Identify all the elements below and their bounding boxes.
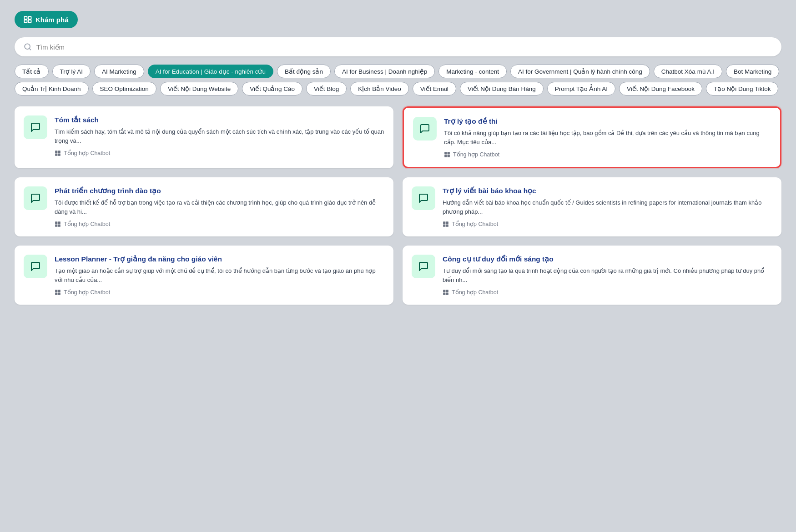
card-tro-ly-tao-de-thi[interactable]: Trợ lý tạo đề thi Tôi có khả năng giúp b… xyxy=(403,106,781,168)
svg-line-5 xyxy=(29,48,30,50)
filter-tag-tat-ca[interactable]: Tất cả xyxy=(15,65,49,78)
svg-rect-0 xyxy=(25,16,27,19)
filter-tag-viet-noi-dung-ban-hang[interactable]: Viết Nội Dung Bán Hàng xyxy=(460,82,544,95)
filter-tag-ai-business[interactable]: AI for Business | Doanh nghiệp xyxy=(334,65,435,78)
card-content-cong-cu-tu-duy: Công cụ tư duy đổi mới sáng tạo Tư duy đ… xyxy=(443,255,772,296)
card-footer-label-tro-ly-tao-de-thi: Tổng hợp Chatbot xyxy=(453,151,499,158)
card-footer-icon xyxy=(55,150,61,156)
cards-grid: Tóm tắt sách Tìm kiếm sách hay, tóm tắt … xyxy=(15,106,781,305)
card-icon-cong-cu-tu-duy xyxy=(412,255,435,278)
filter-tag-seo-optimization[interactable]: SEO Optimization xyxy=(92,82,156,95)
svg-rect-17 xyxy=(58,224,60,226)
card-icon-tro-ly-tao-de-thi xyxy=(413,117,437,141)
card-icon-tom-tat-sach xyxy=(24,115,47,139)
card-content-phat-trien-chuong-trinh: Phát triển chương trình đào tạo Tôi được… xyxy=(55,186,384,227)
card-desc-tro-ly-tao-de-thi: Tôi có khả năng giúp bạn tạo ra các tài … xyxy=(444,129,771,146)
card-footer-tom-tat-sach: Tổng hợp Chatbot xyxy=(55,150,384,156)
card-footer-label-cong-cu-tu-duy: Tổng hợp Chatbot xyxy=(452,289,498,296)
svg-rect-8 xyxy=(55,153,57,156)
svg-rect-18 xyxy=(443,221,445,224)
card-cong-cu-tu-duy[interactable]: Công cụ tư duy đổi mới sáng tạo Tư duy đ… xyxy=(403,246,781,305)
svg-rect-24 xyxy=(55,293,57,295)
card-content-tro-ly-tao-de-thi: Trợ lý tạo đề thi Tôi có khả năng giúp b… xyxy=(444,117,771,158)
svg-rect-13 xyxy=(448,155,450,157)
card-footer-label-phat-trien-chuong-trinh: Tổng hợp Chatbot xyxy=(64,221,110,227)
svg-rect-25 xyxy=(58,293,60,295)
kham-pha-button[interactable]: Khám phá xyxy=(15,11,78,28)
svg-rect-7 xyxy=(58,151,60,153)
card-title-lesson-planner: Lesson Planner - Trợ giảng đa năng cho g… xyxy=(55,255,384,264)
card-title-tro-ly-viet-bai-bao-khoa-hoc: Trợ lý viết bài báo khoa học xyxy=(443,186,772,196)
card-content-lesson-planner: Lesson Planner - Trợ giảng đa năng cho g… xyxy=(55,255,384,296)
card-footer-label-tom-tat-sach: Tổng hợp Chatbot xyxy=(64,150,110,156)
card-phat-trien-chuong-trinh[interactable]: Phát triển chương trình đào tạo Tôi được… xyxy=(15,177,393,236)
card-lesson-planner[interactable]: Lesson Planner - Trợ giảng đa năng cho g… xyxy=(15,246,393,305)
card-title-cong-cu-tu-duy: Công cụ tư duy đổi mới sáng tạo xyxy=(443,255,772,264)
card-footer-icon xyxy=(443,221,449,227)
svg-rect-9 xyxy=(58,153,60,156)
card-desc-tro-ly-viet-bai-bao-khoa-hoc: Hướng dẫn viết bài báo khoa học chuẩn qu… xyxy=(443,198,772,216)
card-tom-tat-sach[interactable]: Tóm tắt sách Tìm kiếm sách hay, tóm tắt … xyxy=(15,106,393,168)
svg-rect-2 xyxy=(25,20,27,23)
card-desc-lesson-planner: Tạo một giáo án hoặc cần sự trợ giúp với… xyxy=(55,266,384,284)
filter-tags: Tất cảTrợ lý AIAI MarketingAI for Educat… xyxy=(15,65,781,95)
svg-rect-11 xyxy=(448,152,450,154)
filter-tag-quan-tri-kinh-doanh[interactable]: Quản Trị Kinh Doanh xyxy=(15,82,89,95)
filter-tag-chatbot-xoa-mu[interactable]: Chatbot Xóa mù A.I xyxy=(654,65,722,78)
svg-rect-29 xyxy=(446,293,448,295)
svg-rect-28 xyxy=(443,293,445,295)
card-content-tom-tat-sach: Tóm tắt sách Tìm kiếm sách hay, tóm tắt … xyxy=(55,115,384,156)
filter-tag-kich-ban-video[interactable]: Kịch Bản Video xyxy=(350,82,409,95)
filter-tag-bot-marketing[interactable]: Bot Marketing xyxy=(726,65,779,78)
card-footer-tro-ly-viet-bai-bao-khoa-hoc: Tổng hợp Chatbot xyxy=(443,221,772,227)
svg-rect-19 xyxy=(446,221,448,224)
svg-rect-21 xyxy=(446,224,448,226)
card-footer-label-tro-ly-viet-bai-bao-khoa-hoc: Tổng hợp Chatbot xyxy=(452,221,498,227)
card-desc-tom-tat-sach: Tìm kiếm sách hay, tóm tắt và mô tả nội … xyxy=(55,127,384,145)
filter-tag-viet-quang-cao[interactable]: Viết Quảng Cáo xyxy=(242,82,302,95)
card-footer-icon xyxy=(55,289,61,296)
svg-rect-1 xyxy=(29,16,31,19)
filter-tag-prompt-tao-anh-ai[interactable]: Prompt Tạo Ảnh AI xyxy=(547,82,615,95)
svg-rect-26 xyxy=(443,290,445,292)
svg-rect-10 xyxy=(444,152,447,154)
search-icon xyxy=(24,43,32,51)
filter-tag-marketing-content[interactable]: Marketing - content xyxy=(438,65,507,78)
svg-rect-23 xyxy=(58,290,60,292)
card-footer-label-lesson-planner: Tổng hợp Chatbot xyxy=(64,289,110,296)
filter-tag-ai-government[interactable]: AI for Government | Quản lý hành chính c… xyxy=(510,65,650,78)
svg-rect-3 xyxy=(29,20,31,23)
card-desc-phat-trien-chuong-trinh: Tôi được thiết kế để hỗ trợ bạn trong vi… xyxy=(55,198,384,216)
card-title-tom-tat-sach: Tóm tắt sách xyxy=(55,115,384,125)
card-icon-phat-trien-chuong-trinh xyxy=(24,186,47,210)
svg-rect-22 xyxy=(55,290,57,292)
filter-tag-ai-marketing[interactable]: AI Marketing xyxy=(94,65,144,78)
card-icon-lesson-planner xyxy=(24,255,47,278)
top-nav: Khám phá xyxy=(15,11,781,28)
filter-tag-bat-dong-san[interactable]: Bất động sản xyxy=(277,65,331,78)
card-title-phat-trien-chuong-trinh: Phát triển chương trình đào tạo xyxy=(55,186,384,196)
card-footer-icon xyxy=(443,289,449,296)
card-footer-lesson-planner: Tổng hợp Chatbot xyxy=(55,289,384,296)
card-footer-icon xyxy=(444,151,450,158)
card-icon-tro-ly-viet-bai-bao-khoa-hoc xyxy=(412,186,435,210)
filter-tag-tro-ly-ai[interactable]: Trợ lý AI xyxy=(52,65,91,78)
filter-tag-tao-noi-dung-tiktok[interactable]: Tạo Nội Dung Tiktok xyxy=(706,82,778,95)
card-footer-icon xyxy=(55,221,61,227)
filter-tag-viet-noi-dung-facebook[interactable]: Viết Nội Dung Facebook xyxy=(619,82,702,95)
svg-rect-27 xyxy=(446,290,448,292)
card-footer-cong-cu-tu-duy: Tổng hợp Chatbot xyxy=(443,289,772,296)
filter-tag-viet-noi-dung-website[interactable]: Viết Nội Dung Website xyxy=(160,82,238,95)
filter-tag-viet-email[interactable]: Viết Email xyxy=(413,82,456,95)
filter-tag-ai-education[interactable]: AI for Education | Giáo dục - nghiên cứu xyxy=(148,65,273,78)
svg-rect-20 xyxy=(443,224,445,226)
svg-rect-15 xyxy=(58,221,60,224)
card-desc-cong-cu-tu-duy: Tư duy đổi mới sáng tạo là quá trình hoạ… xyxy=(443,266,772,284)
search-input[interactable] xyxy=(36,43,772,51)
svg-rect-16 xyxy=(55,224,57,226)
svg-rect-6 xyxy=(55,151,57,153)
search-bar xyxy=(15,37,781,56)
filter-tag-viet-blog[interactable]: Viết Blog xyxy=(306,82,347,95)
card-tro-ly-viet-bai-bao-khoa-hoc[interactable]: Trợ lý viết bài báo khoa học Hướng dẫn v… xyxy=(403,177,781,236)
svg-rect-14 xyxy=(55,221,57,224)
